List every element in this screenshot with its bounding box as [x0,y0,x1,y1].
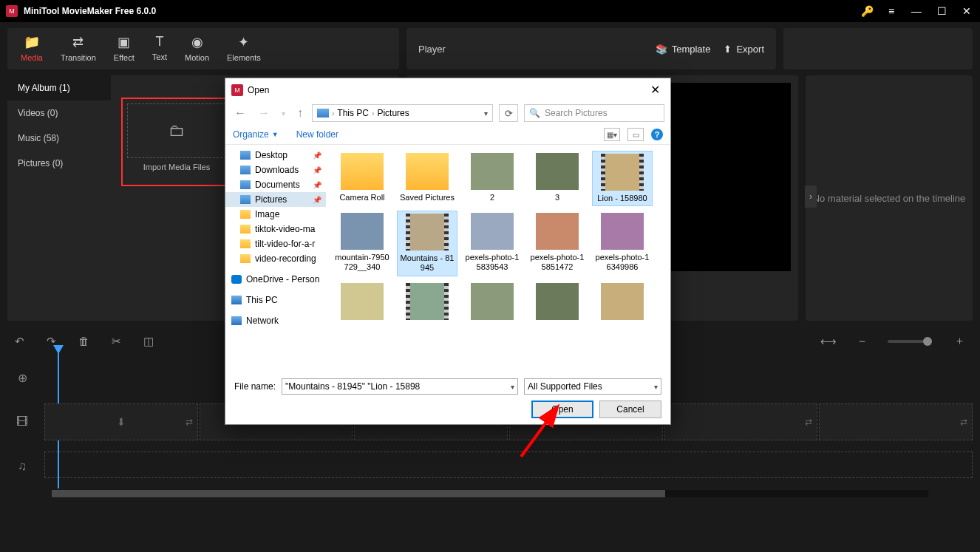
tab-transition-label: Transition [61,53,96,62]
tab-effect[interactable]: ▣Effect [114,34,135,62]
tree-downloads[interactable]: Downloads📌 [225,163,326,177]
file-item[interactable]: pexels-photo-15851472 [527,211,588,276]
forward-button[interactable]: → [255,106,273,120]
file-item[interactable]: Mountains - 81945 [397,211,457,276]
chevron-right-icon[interactable]: › [805,185,817,208]
clip-slot[interactable]: ⇄ [819,403,973,440]
tree-tilt[interactable]: tilt-video-for-a-r [225,236,326,251]
dialog-toolbar: Organize▼ New folder ▦▾ ▭ ? [225,125,670,145]
titlebar: M MiniTool MovieMaker Free 6.0.0 🔑 ≡ — ☐… [0,0,980,22]
file-item[interactable]: 2 [462,151,523,206]
key-icon[interactable]: 🔑 [861,5,874,17]
search-input[interactable]: 🔍 Search Pictures [524,104,664,122]
filename-input[interactable]: "Mountains - 81945" "Lion - 15898▾ [282,378,518,395]
tab-text[interactable]: TText [152,34,167,62]
tree-pictures[interactable]: Pictures📌 [225,192,326,207]
tab-media[interactable]: 📁Media [21,34,43,62]
file-type-filter[interactable]: All Supported Files▾ [524,378,661,395]
tree-videorec[interactable]: video-recording [225,251,326,266]
file-item[interactable] [592,281,653,325]
audio-track[interactable] [44,444,973,488]
crop-button[interactable]: ◫ [143,335,154,348]
clip-slot[interactable]: ⇄ [664,403,818,440]
sidebar-item-pictures[interactable]: Pictures (0) [7,151,111,176]
tree-desktop[interactable]: Desktop📌 [225,148,326,163]
sidebar-item-myalbum[interactable]: My Album (1) [7,75,111,100]
view-mode-button[interactable]: ▦▾ [604,128,620,141]
timeline-scrollbar[interactable] [52,490,928,497]
search-icon: 🔍 [529,108,540,118]
open-button[interactable]: Open [531,401,593,418]
zoom-slider[interactable] [888,340,932,343]
tab-transition[interactable]: ⇄Transition [61,34,96,62]
folder-icon: 📁 [24,34,40,50]
delete-button[interactable]: 🗑 [78,335,89,347]
file-item[interactable] [332,281,392,325]
help-button[interactable]: ? [651,129,663,140]
add-track-icon[interactable]: ⊕ [7,371,37,385]
close-button[interactable]: ✕ [959,5,974,17]
history-dropdown[interactable]: ▾ [279,109,288,117]
file-item[interactable] [527,281,588,325]
audio-slot[interactable] [44,452,973,478]
tab-motion[interactable]: ◉Motion [185,34,209,62]
pin-icon: 📌 [313,166,321,174]
app-icon: M [231,84,243,96]
import-media-button[interactable]: 🗀 [127,103,226,158]
zoom-out-button[interactable]: − [859,335,865,347]
tree-thispc[interactable]: This PC [225,293,326,307]
clip-slot[interactable]: ⬇⇄ [44,403,198,440]
swap-icon: ⇄ [186,417,193,427]
file-item[interactable]: Saved Pictures [397,151,457,206]
file-item[interactable] [462,281,523,325]
sidebar-item-videos[interactable]: Videos (0) [7,100,111,126]
back-button[interactable]: ← [231,106,249,120]
template-button[interactable]: 📚Template [656,44,711,55]
dialog-footer: File name: "Mountains - 81945" "Lion - 1… [225,372,670,424]
chevron-right-icon: › [372,109,374,117]
breadcrumb-root[interactable]: This PC [337,108,369,118]
tree-network[interactable]: Network [225,313,326,328]
file-item[interactable]: mountain-7950729__340 [332,211,392,276]
tree-onedrive[interactable]: OneDrive - Person [225,272,326,287]
file-name: Mountains - 81945 [400,253,455,273]
search-placeholder: Search Pictures [545,108,608,118]
folder-tree: Desktop📌 Downloads📌 Documents📌 Pictures📌… [225,145,326,372]
sidebar-item-music[interactable]: Music (58) [7,126,111,151]
file-item[interactable]: pexels-photo-15839543 [462,211,523,276]
undo-button[interactable]: ↶ [15,335,24,348]
tab-elements[interactable]: ✦Elements [227,34,261,62]
menu-icon[interactable]: ≡ [884,5,899,17]
breadcrumb-bar[interactable]: › This PC › Pictures ▾ [312,104,493,122]
minimize-button[interactable]: — [909,5,924,17]
file-item[interactable]: Camera Roll [332,151,392,206]
chevron-down-icon[interactable]: ▾ [484,109,488,117]
cancel-button[interactable]: Cancel [599,401,661,418]
file-item[interactable] [397,281,457,325]
chevron-down-icon: ▼ [272,131,279,138]
file-item[interactable]: pexels-photo-16349986 [592,211,653,276]
tree-tiktok[interactable]: tiktok-video-ma [225,222,326,236]
file-name: pexels-photo-15839543 [464,253,520,272]
download-icon: ⬇ [117,416,126,428]
file-item[interactable]: Lion - 158980 [592,151,653,206]
transition-icon: ⇄ [72,34,84,50]
fit-icon[interactable]: ⟷ [820,335,837,348]
export-button[interactable]: ⬆Export [724,44,764,55]
template-icon: 📚 [656,44,667,55]
new-folder-button[interactable]: New folder [296,129,338,140]
maximize-button[interactable]: ☐ [934,5,949,17]
refresh-button[interactable]: ⟳ [499,104,518,122]
cut-button[interactable]: ✂ [112,335,121,348]
zoom-in-button[interactable]: ＋ [954,334,965,348]
up-button[interactable]: ↑ [294,106,306,120]
preview-pane-button[interactable]: ▭ [627,128,644,141]
tree-documents[interactable]: Documents📌 [225,177,326,192]
organize-button[interactable]: Organize▼ [233,129,279,140]
file-item[interactable]: 3 [527,151,588,206]
breadcrumb-folder[interactable]: Pictures [377,108,409,118]
chevron-down-icon[interactable]: ▾ [511,383,514,391]
tree-image[interactable]: Image [225,207,326,222]
audio-track-icon: ♫ [7,460,37,473]
dialog-close-button[interactable]: ✕ [646,83,664,97]
